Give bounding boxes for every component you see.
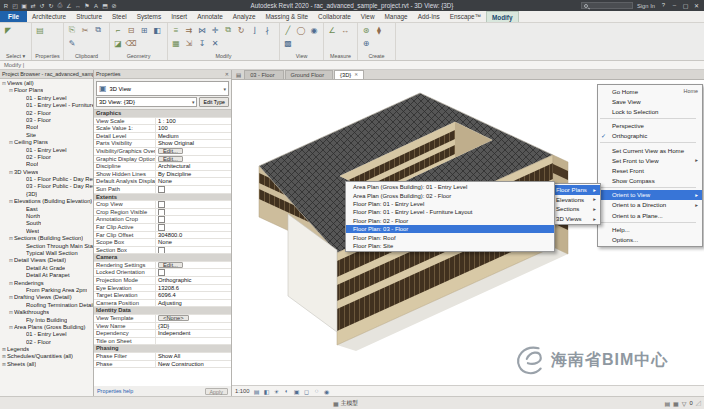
ribbon-tab[interactable]: Architecture xyxy=(27,11,71,22)
reveal-hidden-icon[interactable]: ◉ xyxy=(323,388,331,395)
property-row[interactable]: Annotation Crop xyxy=(94,216,231,224)
ribbon-tab[interactable]: Structure xyxy=(71,11,107,22)
property-row[interactable]: Camera xyxy=(94,254,231,262)
browser-tree-item[interactable]: 01 - Entry Level xyxy=(0,95,93,102)
menu-item[interactable]: Set Current View as Home xyxy=(598,145,702,155)
browser-tree-item[interactable]: 02 - Floor xyxy=(0,110,93,117)
browser-tree-item[interactable]: ⊟ Views (all) xyxy=(0,80,93,87)
browser-tree-item[interactable]: Roof xyxy=(0,124,93,131)
floor-plan-menu-item[interactable]: Area Plan (Gross Building): 01 - Entry L… xyxy=(346,183,554,191)
floor-plan-menu-item[interactable]: Area Plan (Gross Building): 02 - Floor xyxy=(346,191,554,199)
design-options-icon[interactable]: ▦ xyxy=(673,400,679,407)
browser-tree-item[interactable]: Detail At Parapet xyxy=(0,272,93,279)
submenu-item[interactable]: Sections ▸ xyxy=(550,204,600,214)
detail-level-icon[interactable]: ▤ xyxy=(253,388,261,395)
browser-tree-item[interactable]: Site xyxy=(0,132,93,139)
filter-icon[interactable]: ▽ xyxy=(682,400,687,407)
paste-icon[interactable]: ⎘ xyxy=(66,24,78,36)
aligned-dimension-icon[interactable]: ↔ xyxy=(74,1,82,10)
property-row[interactable]: Projection Mode Orthographic xyxy=(94,277,231,285)
browser-tree-item[interactable]: South xyxy=(0,220,93,227)
temporary-hide-icon[interactable]: ◌ xyxy=(313,388,321,395)
floor-plan-menu-item[interactable]: Floor Plan: 01 - Entry Level xyxy=(346,200,554,208)
app-menu-icon[interactable]: R xyxy=(2,1,10,10)
help-icon[interactable]: ? xyxy=(659,2,668,9)
apply-button[interactable]: Apply xyxy=(205,388,229,395)
default-3d-view-icon[interactable]: ⬒ xyxy=(101,1,109,10)
view-tab[interactable]: 03 - Floor xyxy=(244,70,283,79)
split-face-icon[interactable]: ◪ xyxy=(112,37,124,49)
save-icon[interactable]: ▣ xyxy=(20,1,28,10)
browser-tree-item[interactable]: Section Through Main Stair xyxy=(0,243,93,250)
browser-tree-item[interactable]: ⊞ Legends xyxy=(0,346,93,353)
property-row[interactable]: Eye Elevation 13208.6 xyxy=(94,285,231,293)
menu-item[interactable]: Perspective xyxy=(598,121,702,131)
property-row[interactable]: Far Clip Active xyxy=(94,224,231,232)
menu-item[interactable]: Options... xyxy=(598,234,702,244)
ribbon-tab[interactable]: Manage xyxy=(380,11,413,22)
menu-item[interactable]: Set Front to View ▸ xyxy=(598,155,702,165)
browser-tree-item[interactable]: ⊟ Detail Views (Detail) xyxy=(0,257,93,264)
open-icon[interactable]: ◰ xyxy=(11,1,19,10)
ribbon-tab[interactable]: Steel xyxy=(107,11,132,22)
property-row[interactable]: Extents xyxy=(94,194,231,202)
property-row[interactable]: Far Clip Offset 304800.0 xyxy=(94,232,231,240)
ribbon-tab[interactable]: Modify xyxy=(486,11,519,22)
menu-item[interactable]: Reset Front xyxy=(598,165,702,175)
floor-plan-menu-item[interactable]: Floor Plan: Roof xyxy=(346,233,554,241)
property-row[interactable]: Phasing xyxy=(94,345,231,353)
property-row[interactable]: Dependency Independent xyxy=(94,330,231,338)
edit-type-button[interactable]: Edit Type xyxy=(199,97,229,107)
array-icon[interactable]: ▦ xyxy=(170,37,182,49)
measure-icon[interactable]: ∠ xyxy=(65,1,73,10)
property-row[interactable]: Camera Position Adjusting xyxy=(94,300,231,308)
section-icon[interactable]: ⊘ xyxy=(110,1,118,10)
browser-tree-item[interactable]: ⊟ Renderings xyxy=(0,280,93,287)
browser-tree-item[interactable]: ⊟ Walkthroughs xyxy=(0,309,93,316)
browser-tree-item[interactable]: Fly Into Building xyxy=(0,317,93,324)
close-tab-icon[interactable]: ✕ xyxy=(354,71,358,79)
property-row[interactable]: View Name {3D} xyxy=(94,323,231,331)
scale-control[interactable]: 1:100 xyxy=(235,388,250,394)
create-group-icon[interactable]: ⊛ xyxy=(360,24,372,36)
property-row[interactable]: Detail Level Medium xyxy=(94,133,231,141)
delete-icon[interactable]: ✕ xyxy=(209,37,221,49)
instance-selector[interactable]: 3D View: {3D} ▾ xyxy=(96,97,197,107)
isolate-icon[interactable]: ◉ xyxy=(308,24,320,36)
hide-elements-icon[interactable]: ◯ xyxy=(295,24,307,36)
property-row[interactable]: View Template <None> xyxy=(94,315,231,323)
browser-tree-item[interactable]: ⊟ Floor Plans xyxy=(0,87,93,94)
browser-tree-item[interactable]: ⊟ Area Plans (Gross Building) xyxy=(0,324,93,331)
crop-view-icon[interactable]: ▣ xyxy=(293,388,301,395)
copy-icon[interactable]: ⧉ xyxy=(92,24,104,36)
property-row[interactable]: Crop View xyxy=(94,201,231,209)
close-icon[interactable]: ✕ xyxy=(225,71,229,77)
search-box[interactable] xyxy=(581,2,633,9)
floor-plan-menu-item[interactable]: Floor Plan: 01 - Entry Level - Furniture… xyxy=(346,208,554,216)
sync-icon[interactable]: ⇄ xyxy=(29,1,37,10)
property-row[interactable]: Scope Box None xyxy=(94,239,231,247)
property-row[interactable]: View Scale 1 : 100 xyxy=(94,118,231,126)
menu-item[interactable]: Orient to a Plane... xyxy=(598,210,702,220)
copy-element-icon[interactable]: ⧉ xyxy=(222,24,234,36)
ribbon-tab[interactable]: View xyxy=(356,11,380,22)
browser-tree-item[interactable]: ⊟ Drafting Views (Detail) xyxy=(0,294,93,301)
demolish-icon[interactable]: ⌫ xyxy=(125,37,137,49)
menu-item[interactable]: Orient to a Direction ▸ xyxy=(598,200,702,210)
split-icon[interactable]: ∤ xyxy=(261,24,273,36)
property-row[interactable]: Discipline Architectural xyxy=(94,163,231,171)
browser-tree-item[interactable]: {3D} xyxy=(0,191,93,198)
shadows-icon[interactable]: ◐ xyxy=(283,388,291,395)
browser-tree-item[interactable]: 03 - Floor xyxy=(0,117,93,124)
browser-tree-item[interactable]: 03 - Floor Public - Day Rendering xyxy=(0,183,93,190)
resize-grip-icon[interactable]: ◿ xyxy=(696,399,701,407)
type-selector[interactable]: ▣ 3D View ▾ xyxy=(96,81,229,96)
property-row[interactable]: Visibility/Graphics Overrides Edit... xyxy=(94,148,231,156)
undo-icon[interactable]: ↺ xyxy=(38,1,46,10)
view-tab[interactable]: Ground Floor xyxy=(285,70,334,79)
redo-icon[interactable]: ↻ xyxy=(47,1,55,10)
crop-region-icon[interactable]: ◻ xyxy=(303,388,311,395)
browser-tree-item[interactable]: Typical Wall Section xyxy=(0,250,93,257)
menu-item[interactable]: Show Compass xyxy=(598,176,702,186)
browser-tree-item[interactable]: 02 - Floor xyxy=(0,154,93,161)
